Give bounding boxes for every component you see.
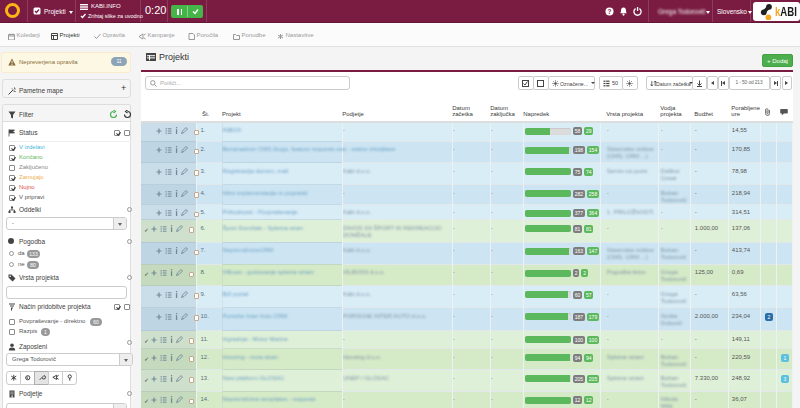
svg-text:?: ? bbox=[608, 8, 612, 15]
